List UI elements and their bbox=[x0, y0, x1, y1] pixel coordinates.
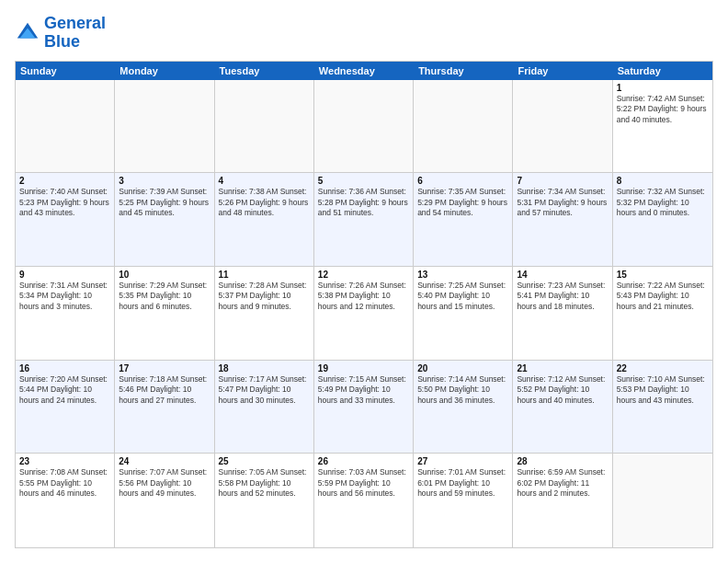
cell-info: Sunrise: 7:18 AM Sunset: 5:46 PM Dayligh… bbox=[119, 374, 210, 406]
day-header-monday: Monday bbox=[115, 62, 214, 80]
calendar-week-2: 2Sunrise: 7:40 AM Sunset: 5:23 PM Daylig… bbox=[16, 173, 712, 267]
calendar-cell: 13Sunrise: 7:25 AM Sunset: 5:40 PM Dayli… bbox=[414, 267, 513, 360]
day-number: 7 bbox=[517, 176, 608, 186]
calendar-cell bbox=[613, 454, 712, 547]
cell-info: Sunrise: 7:10 AM Sunset: 5:53 PM Dayligh… bbox=[617, 374, 709, 406]
calendar-cell: 27Sunrise: 7:01 AM Sunset: 6:01 PM Dayli… bbox=[414, 454, 513, 547]
calendar-cell bbox=[16, 80, 115, 173]
day-number: 5 bbox=[318, 176, 409, 186]
cell-info: Sunrise: 7:17 AM Sunset: 5:47 PM Dayligh… bbox=[219, 374, 310, 406]
logo-text: General Blue bbox=[44, 15, 106, 52]
day-number: 17 bbox=[119, 363, 210, 373]
cell-info: Sunrise: 7:05 AM Sunset: 5:58 PM Dayligh… bbox=[219, 467, 310, 499]
cell-info: Sunrise: 7:22 AM Sunset: 5:43 PM Dayligh… bbox=[617, 281, 709, 312]
day-number: 1 bbox=[617, 83, 709, 93]
day-number: 12 bbox=[318, 270, 409, 280]
day-header-saturday: Saturday bbox=[613, 62, 712, 80]
calendar-cell: 5Sunrise: 7:36 AM Sunset: 5:28 PM Daylig… bbox=[314, 173, 414, 266]
logo: General Blue bbox=[15, 15, 106, 52]
day-number: 2 bbox=[19, 176, 110, 186]
day-number: 18 bbox=[219, 363, 310, 373]
page: General Blue SundayMondayTuesdayWednesda… bbox=[0, 0, 728, 563]
day-number: 9 bbox=[19, 270, 110, 280]
day-number: 3 bbox=[119, 176, 210, 186]
calendar: SundayMondayTuesdayWednesdayThursdayFrid… bbox=[15, 61, 713, 548]
cell-info: Sunrise: 7:07 AM Sunset: 5:56 PM Dayligh… bbox=[119, 467, 210, 499]
cell-info: Sunrise: 7:42 AM Sunset: 5:22 PM Dayligh… bbox=[617, 94, 709, 125]
calendar-cell bbox=[115, 80, 214, 173]
cell-info: Sunrise: 7:28 AM Sunset: 5:37 PM Dayligh… bbox=[219, 281, 310, 312]
day-header-tuesday: Tuesday bbox=[215, 62, 314, 80]
day-number: 15 bbox=[617, 270, 709, 280]
day-number: 26 bbox=[318, 456, 409, 466]
day-number: 11 bbox=[219, 270, 310, 280]
cell-info: Sunrise: 7:20 AM Sunset: 5:44 PM Dayligh… bbox=[19, 374, 110, 406]
day-header-wednesday: Wednesday bbox=[314, 62, 414, 80]
calendar-cell: 4Sunrise: 7:38 AM Sunset: 5:26 PM Daylig… bbox=[215, 173, 314, 266]
day-number: 24 bbox=[119, 456, 210, 466]
header: General Blue bbox=[15, 15, 713, 52]
day-headers: SundayMondayTuesdayWednesdayThursdayFrid… bbox=[16, 62, 712, 80]
cell-info: Sunrise: 7:25 AM Sunset: 5:40 PM Dayligh… bbox=[417, 281, 508, 312]
day-number: 20 bbox=[417, 363, 508, 373]
calendar-cell: 10Sunrise: 7:29 AM Sunset: 5:35 PM Dayli… bbox=[115, 267, 214, 360]
day-number: 8 bbox=[617, 176, 709, 186]
cell-info: Sunrise: 7:23 AM Sunset: 5:41 PM Dayligh… bbox=[517, 281, 608, 312]
cell-info: Sunrise: 6:59 AM Sunset: 6:02 PM Dayligh… bbox=[517, 467, 608, 499]
cell-info: Sunrise: 7:01 AM Sunset: 6:01 PM Dayligh… bbox=[417, 467, 508, 499]
calendar-cell: 28Sunrise: 6:59 AM Sunset: 6:02 PM Dayli… bbox=[513, 454, 612, 547]
calendar-week-4: 16Sunrise: 7:20 AM Sunset: 5:44 PM Dayli… bbox=[16, 361, 712, 454]
day-header-friday: Friday bbox=[513, 62, 612, 80]
calendar-cell: 16Sunrise: 7:20 AM Sunset: 5:44 PM Dayli… bbox=[16, 361, 115, 454]
day-number: 10 bbox=[119, 270, 210, 280]
day-number: 6 bbox=[417, 176, 508, 186]
calendar-cell bbox=[414, 80, 513, 173]
cell-info: Sunrise: 7:12 AM Sunset: 5:52 PM Dayligh… bbox=[517, 374, 608, 406]
calendar-week-1: 1Sunrise: 7:42 AM Sunset: 5:22 PM Daylig… bbox=[16, 80, 712, 174]
cell-info: Sunrise: 7:40 AM Sunset: 5:23 PM Dayligh… bbox=[19, 187, 110, 218]
calendar-cell: 9Sunrise: 7:31 AM Sunset: 5:34 PM Daylig… bbox=[16, 267, 115, 360]
calendar-cell: 17Sunrise: 7:18 AM Sunset: 5:46 PM Dayli… bbox=[115, 361, 214, 454]
calendar-body: 1Sunrise: 7:42 AM Sunset: 5:22 PM Daylig… bbox=[16, 80, 712, 547]
calendar-cell: 18Sunrise: 7:17 AM Sunset: 5:47 PM Dayli… bbox=[215, 361, 314, 454]
cell-info: Sunrise: 7:08 AM Sunset: 5:55 PM Dayligh… bbox=[19, 467, 110, 499]
day-header-sunday: Sunday bbox=[16, 62, 115, 80]
calendar-cell: 8Sunrise: 7:32 AM Sunset: 5:32 PM Daylig… bbox=[613, 173, 712, 266]
day-number: 27 bbox=[417, 456, 508, 466]
calendar-cell: 6Sunrise: 7:35 AM Sunset: 5:29 PM Daylig… bbox=[414, 173, 513, 266]
cell-info: Sunrise: 7:38 AM Sunset: 5:26 PM Dayligh… bbox=[219, 187, 310, 218]
day-number: 4 bbox=[219, 176, 310, 186]
cell-info: Sunrise: 7:34 AM Sunset: 5:31 PM Dayligh… bbox=[517, 187, 608, 218]
day-number: 16 bbox=[19, 363, 110, 373]
calendar-cell: 14Sunrise: 7:23 AM Sunset: 5:41 PM Dayli… bbox=[513, 267, 612, 360]
cell-info: Sunrise: 7:26 AM Sunset: 5:38 PM Dayligh… bbox=[318, 281, 409, 312]
calendar-cell bbox=[314, 80, 414, 173]
cell-info: Sunrise: 7:32 AM Sunset: 5:32 PM Dayligh… bbox=[617, 187, 709, 218]
day-number: 23 bbox=[19, 456, 110, 466]
day-number: 19 bbox=[318, 363, 409, 373]
cell-info: Sunrise: 7:36 AM Sunset: 5:28 PM Dayligh… bbox=[318, 187, 409, 218]
calendar-cell bbox=[513, 80, 612, 173]
calendar-cell: 19Sunrise: 7:15 AM Sunset: 5:49 PM Dayli… bbox=[314, 361, 414, 454]
calendar-cell: 7Sunrise: 7:34 AM Sunset: 5:31 PM Daylig… bbox=[513, 173, 612, 266]
day-number: 13 bbox=[417, 270, 508, 280]
cell-info: Sunrise: 7:35 AM Sunset: 5:29 PM Dayligh… bbox=[417, 187, 508, 218]
cell-info: Sunrise: 7:39 AM Sunset: 5:25 PM Dayligh… bbox=[119, 187, 210, 218]
calendar-cell: 3Sunrise: 7:39 AM Sunset: 5:25 PM Daylig… bbox=[115, 173, 214, 266]
calendar-cell: 2Sunrise: 7:40 AM Sunset: 5:23 PM Daylig… bbox=[16, 173, 115, 266]
cell-info: Sunrise: 7:03 AM Sunset: 5:59 PM Dayligh… bbox=[318, 467, 409, 499]
cell-info: Sunrise: 7:15 AM Sunset: 5:49 PM Dayligh… bbox=[318, 374, 409, 406]
calendar-cell: 24Sunrise: 7:07 AM Sunset: 5:56 PM Dayli… bbox=[115, 454, 214, 547]
logo-icon bbox=[15, 20, 40, 46]
day-number: 25 bbox=[219, 456, 310, 466]
calendar-cell bbox=[215, 80, 314, 173]
calendar-cell: 15Sunrise: 7:22 AM Sunset: 5:43 PM Dayli… bbox=[613, 267, 712, 360]
calendar-week-5: 23Sunrise: 7:08 AM Sunset: 5:55 PM Dayli… bbox=[16, 454, 712, 547]
calendar-cell: 21Sunrise: 7:12 AM Sunset: 5:52 PM Dayli… bbox=[513, 361, 612, 454]
day-number: 14 bbox=[517, 270, 608, 280]
calendar-cell: 11Sunrise: 7:28 AM Sunset: 5:37 PM Dayli… bbox=[215, 267, 314, 360]
day-number: 28 bbox=[517, 456, 608, 466]
day-header-thursday: Thursday bbox=[414, 62, 513, 80]
day-number: 22 bbox=[617, 363, 709, 373]
calendar-cell: 25Sunrise: 7:05 AM Sunset: 5:58 PM Dayli… bbox=[215, 454, 314, 547]
